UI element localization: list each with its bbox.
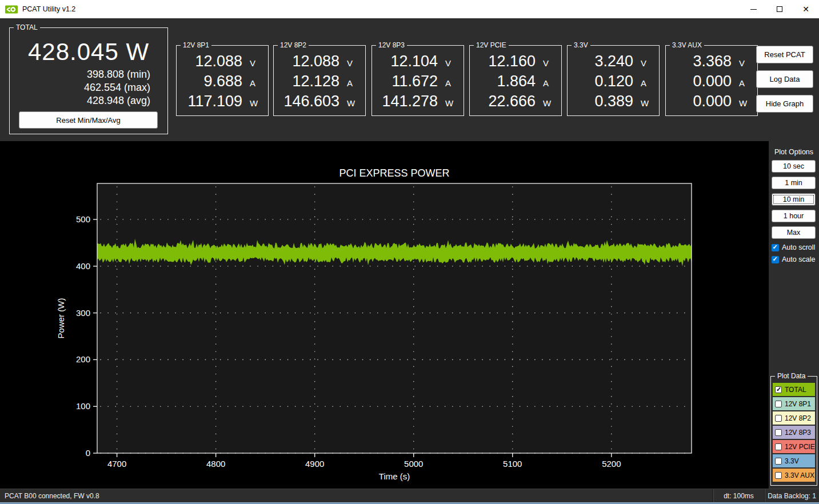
svg-text:300: 300 — [76, 308, 90, 318]
nvidia-logo-icon — [5, 5, 18, 14]
rail-volts: 3.240 — [572, 53, 633, 70]
legend-label: 3.3V — [785, 457, 799, 465]
legend-row-12v-8p3[interactable]: 12V 8P3 — [773, 426, 815, 439]
range-max-button[interactable]: Max — [772, 226, 816, 239]
auto-scale-checkbox-icon[interactable] — [772, 256, 779, 263]
close-icon: ✕ — [802, 5, 809, 13]
plot-data-groupbox: Plot Data TOTAL 12V 8P1 12V 8P2 12V 8P3 … — [770, 376, 817, 486]
unit-watts: W — [543, 98, 552, 108]
range-10min-button[interactable]: 10 min — [772, 193, 816, 206]
rail-watts: 141.278 — [377, 93, 438, 110]
hide-graph-button[interactable]: Hide Graph — [756, 95, 813, 113]
reset-min-max-avg-button[interactable]: Reset Min/Max/Avg — [19, 111, 158, 129]
svg-text:500: 500 — [76, 214, 90, 224]
rail-panel-12v-8p2: 12V 8P2 12.088V 12.128A 146.603W — [273, 45, 366, 116]
svg-text:100: 100 — [76, 401, 90, 411]
unit-amps: A — [543, 78, 552, 88]
unit-amps: A — [347, 78, 356, 88]
rail-amps: 12.128 — [278, 73, 339, 90]
legend-checkbox[interactable] — [775, 415, 782, 422]
auto-scroll-checkbox-icon[interactable] — [772, 244, 779, 251]
pcat-window: PCAT Utility v1.2 ✕ TOTAL 428.045 W 398.… — [0, 0, 819, 504]
rail-amps: 0.000 — [670, 73, 732, 90]
legend-row-3v3-aux[interactable]: 3.3V AUX — [773, 469, 815, 482]
svg-text:5000: 5000 — [404, 459, 423, 469]
reset-pcat-button[interactable]: Reset PCAT — [756, 46, 813, 63]
rail-panel-3v3: 3.3V 3.240V 0.120A 0.389W — [567, 45, 660, 116]
svg-text:0: 0 — [86, 448, 90, 458]
legend-label: 12V 8P2 — [785, 414, 811, 422]
rail-label: 3.3V — [572, 41, 590, 49]
legend-checkbox[interactable] — [775, 443, 782, 450]
unit-volts: V — [250, 58, 259, 68]
auto-scale-checkbox[interactable]: Auto scale — [772, 255, 815, 264]
range-1hour-button[interactable]: 1 hour — [772, 210, 816, 222]
legend-checkbox[interactable] — [775, 458, 782, 465]
rail-volts: 12.088 — [181, 53, 242, 70]
status-connection: PCAT B00 connected, FW v0.8 — [0, 489, 713, 502]
rail-amps: 0.120 — [572, 73, 633, 90]
measurement-panel: TOTAL 428.045 W 398.808 (min) 462.554 (m… — [0, 18, 819, 141]
rail-volts: 12.160 — [474, 53, 536, 70]
status-bar: PCAT B00 connected, FW v0.8 dt: 100ms Da… — [0, 489, 819, 502]
legend-checkbox[interactable] — [775, 401, 782, 407]
rail-watts: 146.603 — [278, 93, 339, 110]
svg-text:400: 400 — [76, 261, 90, 271]
rail-amps: 1.864 — [474, 73, 536, 90]
titlebar[interactable]: PCAT Utility v1.2 ✕ — [0, 0, 819, 18]
rail-label: 3.3V AUX — [670, 41, 704, 49]
maximize-icon — [777, 6, 782, 12]
minimize-button[interactable] — [740, 0, 766, 18]
rail-panel-12v-pcie: 12V PCIE 12.160V 1.864A 22.666W — [469, 45, 562, 116]
total-min: 398.808 (min) — [10, 68, 150, 81]
legend-checkbox[interactable] — [775, 386, 782, 393]
svg-text:200: 200 — [76, 354, 90, 364]
rail-panel-12v-8p1: 12V 8P1 12.088V 9.688A 117.109W — [176, 45, 269, 116]
range-1min-button[interactable]: 1 min — [772, 177, 816, 189]
plot-sidebar: Plot Options 10 sec 1 min 10 min 1 hour … — [769, 141, 819, 489]
legend-label: 3.3V AUX — [785, 471, 814, 479]
legend-row-12v-pcie[interactable]: 12V PCIE — [773, 440, 815, 453]
unit-volts: V — [347, 58, 356, 68]
window-title: PCAT Utility v1.2 — [22, 5, 75, 13]
unit-watts: W — [347, 98, 356, 108]
legend-row-total[interactable]: TOTAL — [773, 383, 815, 396]
rail-amps: 11.672 — [377, 73, 438, 90]
legend-label: 12V 8P3 — [785, 429, 811, 437]
total-power-value: 428.045 W — [10, 38, 167, 66]
legend-label: TOTAL — [785, 386, 806, 394]
status-backlog: Data Backlog: 1 — [764, 489, 819, 502]
range-10sec-button[interactable]: 10 sec — [772, 160, 816, 173]
legend-row-3v3[interactable]: 3.3V — [773, 454, 815, 467]
auto-scroll-checkbox[interactable]: Auto scroll — [772, 243, 815, 252]
total-groupbox-label: TOTAL — [14, 23, 40, 31]
graph-area: 0100200300400500470048004900500051005200… — [0, 141, 769, 489]
status-dt: dt: 100ms — [713, 489, 764, 502]
rail-amps: 9.688 — [181, 73, 242, 90]
unit-watts: W — [641, 98, 650, 108]
unit-volts: V — [641, 58, 650, 68]
unit-amps: A — [250, 78, 259, 88]
unit-volts: V — [739, 58, 748, 68]
unit-watts: W — [445, 98, 454, 108]
rail-label: 12V 8P3 — [376, 41, 407, 49]
maximize-button[interactable] — [766, 0, 793, 18]
log-data-button[interactable]: Log Data — [756, 70, 813, 88]
rail-watts: 117.109 — [181, 93, 242, 110]
total-power-groupbox: TOTAL 428.045 W 398.808 (min) 462.554 (m… — [9, 27, 168, 134]
rail-volts: 12.104 — [377, 53, 438, 70]
unit-amps: A — [641, 78, 650, 88]
rail-label: 12V PCIE — [474, 41, 509, 49]
legend-checkbox[interactable] — [775, 472, 782, 479]
close-button[interactable]: ✕ — [793, 0, 819, 18]
rail-volts: 3.368 — [670, 53, 732, 70]
legend-row-12v-8p1[interactable]: 12V 8P1 — [773, 397, 815, 410]
legend-label: 12V PCIE — [785, 443, 815, 451]
svg-text:4800: 4800 — [206, 459, 225, 469]
total-power-stats: 398.808 (min) 462.554 (max) 428.948 (avg… — [10, 68, 150, 107]
legend-row-12v-8p2[interactable]: 12V 8P2 — [773, 411, 815, 425]
legend-checkbox[interactable] — [775, 429, 782, 436]
plot-data-label: Plot Data — [775, 372, 808, 380]
rail-volts: 12.088 — [278, 53, 339, 70]
unit-watts: W — [739, 98, 748, 108]
